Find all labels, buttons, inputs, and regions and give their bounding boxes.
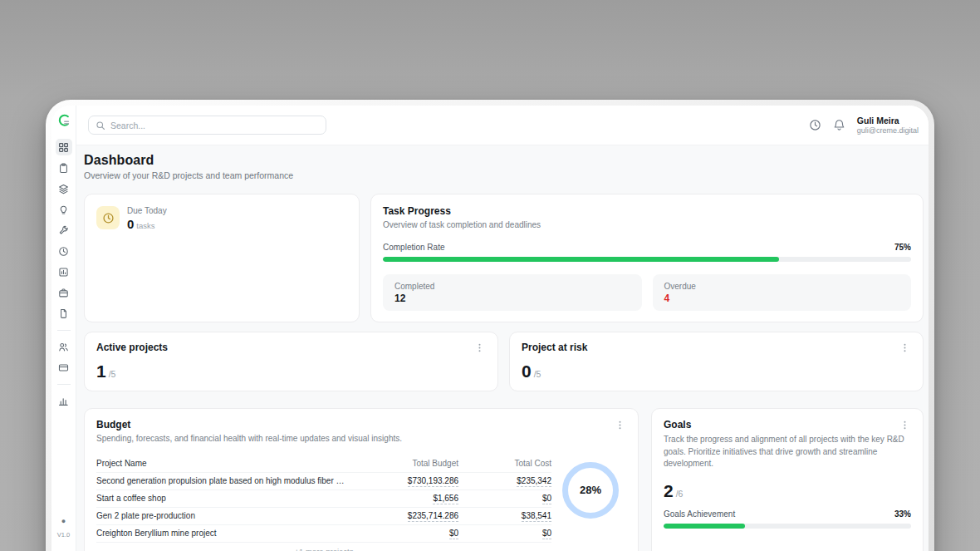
- due-today-clock-icon: [96, 206, 120, 229]
- search-input[interactable]: [110, 121, 319, 130]
- project-at-risk-menu-button[interactable]: [899, 342, 911, 354]
- total-cost-value[interactable]: $0: [542, 529, 551, 539]
- goals-title: Goals: [664, 419, 691, 430]
- sidebar-item-time[interactable]: [56, 243, 72, 259]
- overdue-value: 4: [664, 293, 900, 304]
- sidebar-item-reports[interactable]: [56, 263, 72, 280]
- budget-menu-button[interactable]: [614, 419, 626, 431]
- goals-total: /6: [676, 489, 684, 499]
- budget-ring: 28%: [562, 462, 619, 519]
- goals-subtitle: Track the progress and alignment of all …: [664, 434, 911, 470]
- budget-ring-wrap: 28%: [555, 455, 626, 551]
- sidebar: ● V1.0: [51, 106, 76, 551]
- page-title: Dashboard: [84, 153, 924, 168]
- bottom-cards-row: Budget Spending, forecasts, and financia…: [84, 408, 924, 551]
- layers-icon: [58, 184, 69, 194]
- sidebar-item-team[interactable]: [56, 338, 72, 355]
- task-progress-card: Task Progress Overview of task completio…: [370, 194, 924, 322]
- goals-achievement-value: 33%: [894, 509, 911, 519]
- active-projects-total: /5: [109, 369, 116, 379]
- more-projects-link[interactable]: +1 more projects: [96, 543, 551, 551]
- sidebar-item-ideas[interactable]: [56, 201, 72, 218]
- sidebar-item-tools[interactable]: [56, 222, 72, 239]
- table-row: Creighton Beryllium mine project $0 $0: [96, 525, 551, 543]
- sidebar-item-projects[interactable]: [56, 180, 72, 197]
- search-box[interactable]: [88, 116, 326, 135]
- active-projects-value: 1: [96, 362, 106, 381]
- briefcase-icon: [58, 288, 69, 298]
- active-projects-menu-button[interactable]: [473, 342, 486, 354]
- app-window: ● V1.0: [46, 100, 934, 551]
- total-cost-value[interactable]: $0: [542, 494, 551, 504]
- user-menu[interactable]: Guli Meira guli@creme.digital: [857, 116, 922, 135]
- completion-rate-fill: [383, 257, 779, 262]
- completion-rate-bar: [383, 257, 911, 262]
- dashboard-grid-icon: [58, 142, 69, 153]
- document-icon: [58, 308, 69, 319]
- goals-achievement-bar: [664, 524, 911, 529]
- table-row: Gen 2 plate pre-production $235,714.286 …: [96, 508, 551, 525]
- total-budget-value[interactable]: $1,656: [433, 494, 458, 504]
- history-button[interactable]: [809, 119, 821, 131]
- task-progress-title: Task Progress: [383, 205, 911, 217]
- project-at-risk-card: Project at risk 0 /5: [509, 332, 924, 391]
- active-projects-title: Active projects: [96, 342, 168, 353]
- column-total-budget: Total Budget: [354, 459, 458, 468]
- sidebar-item-dashboard[interactable]: [56, 139, 72, 155]
- sidebar-item-billing[interactable]: [56, 359, 72, 376]
- active-projects-card: Active projects 1 /5: [84, 332, 498, 391]
- completed-label: Completed: [394, 282, 630, 291]
- total-cost-value[interactable]: $235,342: [517, 476, 551, 487]
- total-budget-value[interactable]: $235,714.286: [408, 511, 458, 522]
- app-logo-icon[interactable]: [56, 113, 71, 128]
- goals-value-row: 2 /6: [664, 481, 911, 501]
- due-today-label: Due Today: [127, 206, 167, 215]
- sidebar-divider: [57, 330, 71, 331]
- completion-rate-row: Completion Rate 75%: [383, 243, 911, 252]
- task-progress-subtitle: Overview of task completion and deadline…: [383, 219, 911, 232]
- budget-title: Budget: [96, 419, 402, 430]
- page-header: Dashboard Overview of your R&D projects …: [84, 153, 924, 180]
- completion-rate-label: Completion Rate: [383, 243, 444, 252]
- due-today-card: Due Today 0tasks: [84, 194, 360, 322]
- due-today-unit: tasks: [136, 221, 154, 230]
- column-project-name: Project Name: [96, 459, 354, 468]
- users-icon: [58, 342, 69, 352]
- total-budget-value[interactable]: $730,193.286: [408, 476, 458, 487]
- sidebar-item-tasks[interactable]: [56, 160, 72, 176]
- total-cost-value[interactable]: $38,541: [522, 511, 551, 522]
- top-bar: Guli Meira guli@creme.digital: [76, 106, 929, 145]
- bell-icon: [833, 119, 845, 131]
- credit-card-icon: [58, 362, 69, 373]
- active-projects-header: Active projects: [96, 342, 486, 354]
- task-stats: Completed 12 Overdue 4: [383, 274, 911, 311]
- wrench-icon: [58, 225, 69, 236]
- completed-stat: Completed 12: [383, 274, 642, 311]
- sidebar-item-portfolio[interactable]: [56, 284, 72, 301]
- due-today-text: Due Today 0tasks: [127, 206, 167, 231]
- completion-rate-value: 75%: [894, 243, 911, 252]
- status-dot-icon: ●: [51, 518, 76, 525]
- total-budget-value[interactable]: $0: [449, 529, 458, 539]
- clock-icon: [809, 119, 821, 131]
- table-row: Second generation propulsion plate based…: [96, 473, 551, 490]
- page-subtitle: Overview of your R&D projects and team p…: [84, 170, 924, 180]
- goals-menu-button[interactable]: [899, 419, 911, 431]
- budget-header: Budget Spending, forecasts, and financia…: [96, 419, 626, 445]
- sidebar-item-documents[interactable]: [56, 305, 72, 322]
- top-cards-row: Due Today 0tasks Task Progress Overview …: [84, 194, 924, 313]
- sidebar-item-analytics[interactable]: [56, 392, 72, 409]
- budget-header-text: Budget Spending, forecasts, and financia…: [96, 419, 402, 445]
- project-name: Second generation propulsion plate based…: [96, 476, 354, 485]
- sidebar-divider: [57, 384, 71, 385]
- project-name: Creighton Beryllium mine project: [96, 529, 354, 538]
- user-email: guli@creme.digital: [857, 126, 919, 135]
- notifications-button[interactable]: [833, 119, 845, 131]
- due-today-value: 0tasks: [127, 217, 167, 231]
- lightbulb-icon: [58, 204, 69, 215]
- clipboard-icon: [58, 163, 69, 174]
- budget-table-header: Project Name Total Budget Total Cost: [96, 455, 551, 473]
- app-frame: ● V1.0: [51, 106, 929, 551]
- goals-card: Goals Track the progress and alignment o…: [651, 408, 924, 551]
- overdue-label: Overdue: [664, 282, 900, 291]
